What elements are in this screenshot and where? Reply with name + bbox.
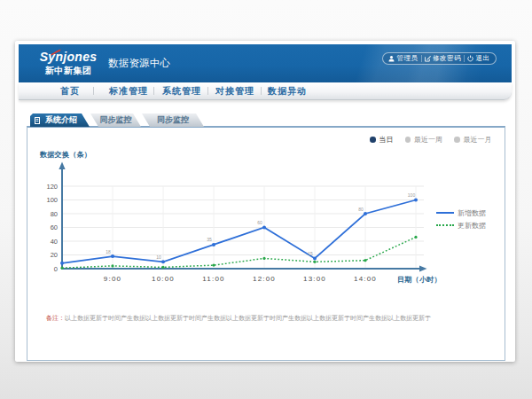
logo-company-name: 新中新集团: [37, 66, 99, 75]
document-icon: [35, 117, 40, 124]
tab-system-intro[interactable]: 系统介绍: [30, 113, 90, 127]
logo-brand-text: Synjones: [40, 51, 98, 63]
radio-unselected-icon: [405, 137, 411, 143]
company-logo: Synjones 新中新集团: [37, 50, 99, 75]
tab-label: 同步监控: [100, 114, 132, 126]
legend-item-update-data: 更新数据: [436, 219, 486, 231]
footnote: 备注：以上数据更新于时间产生数据以上数据更新于时间产生数据以上数据更新于时间产生…: [46, 314, 431, 322]
radio-last-month[interactable]: 最近一月: [454, 135, 492, 145]
legend-item-new-data: 新增数据: [436, 207, 486, 219]
nav-item-data-change[interactable]: 数据异动: [268, 82, 307, 99]
nav-item-interface-mgmt[interactable]: 对接管理: [215, 82, 254, 99]
user-icon: [388, 55, 395, 62]
app-title: 数据资源中心: [108, 57, 170, 70]
nav-item-system-mgmt[interactable]: 系统管理: [162, 82, 201, 99]
logout-button[interactable]: 退出: [467, 54, 490, 63]
radio-today-label: 当日: [379, 135, 394, 145]
chart-legend: 新增数据 更新数据: [436, 207, 486, 231]
nav-item-home[interactable]: 首页: [60, 82, 80, 99]
change-password-label: 修改密码: [433, 54, 461, 63]
main-nav: 首页 标准管理 系统管理 对接管理 数据异动: [19, 82, 512, 100]
power-icon: [467, 55, 473, 62]
radio-unselected-icon: [454, 137, 460, 143]
edit-icon: [425, 55, 431, 62]
tab-label: 系统介绍: [45, 114, 77, 126]
radio-selected-icon: [370, 137, 376, 143]
admin-user-button[interactable]: 管理员: [388, 54, 419, 63]
nav-separator: [261, 87, 262, 95]
page: Synjones 新中新集团 数据资源中心 管理员 修改密码 退出 首页 标准管…: [0, 0, 532, 399]
change-password-button[interactable]: 修改密码: [425, 54, 462, 63]
logout-label: 退出: [476, 54, 490, 63]
tab-label: 同步监控: [157, 114, 189, 126]
admin-user-label: 管理员: [397, 54, 419, 63]
user-toolbar: 管理员 修改密码 退出: [382, 52, 497, 65]
legend-label: 新增数据: [458, 208, 486, 218]
footnote-prefix: 备注：: [46, 315, 65, 321]
legend-label: 更新数据: [458, 221, 486, 231]
nav-separator: [93, 87, 94, 95]
toolbar-separator: [421, 55, 422, 62]
period-filter-group: 当日 最近一周 最近一月: [370, 135, 492, 145]
radio-last-month-label: 最近一月: [464, 135, 492, 145]
nav-separator: [153, 87, 154, 95]
legend-line-solid-icon: [436, 212, 454, 214]
content-panel: [27, 126, 505, 361]
tab-sync-monitor-1[interactable]: 同步监控: [90, 113, 141, 127]
logo-red-swoosh-icon: [51, 49, 61, 56]
radio-last-week-label: 最近一周: [414, 135, 442, 145]
radio-last-week[interactable]: 最近一周: [405, 135, 443, 145]
legend-line-dotted-icon: [436, 224, 454, 226]
nav-separator: [207, 87, 208, 95]
tab-sync-monitor-2[interactable]: 同步监控: [142, 113, 204, 127]
nav-item-standard-mgmt[interactable]: 标准管理: [109, 82, 148, 99]
radio-today[interactable]: 当日: [370, 135, 394, 145]
footnote-text: 以上数据更新于时间产生数据以上数据更新于时间产生数据以上数据更新于时间产生数据以…: [65, 315, 431, 321]
toolbar-separator: [464, 55, 465, 62]
